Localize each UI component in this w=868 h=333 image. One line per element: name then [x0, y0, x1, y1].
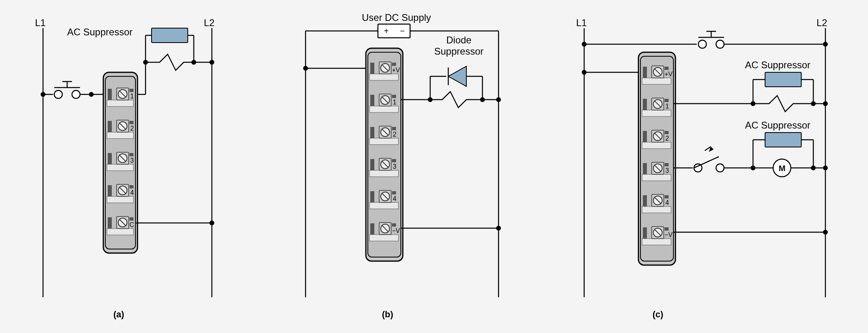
svg-rect-93 — [369, 170, 398, 177]
svg-rect-39 — [107, 164, 133, 171]
svg-text:3: 3 — [665, 167, 669, 174]
diagram-c: L1 L2 +V 1 — [576, 8, 833, 323]
svg-text:1: 1 — [130, 93, 134, 100]
l1-label-c: L1 — [576, 17, 587, 28]
svg-point-124 — [496, 226, 501, 231]
svg-rect-72 — [369, 74, 398, 80]
svg-line-194 — [694, 157, 719, 168]
ac-supp-2: AC Suppressor — [745, 120, 811, 131]
svg-point-14 — [54, 90, 62, 98]
svg-point-129 — [698, 40, 706, 48]
svg-text:4: 4 — [130, 189, 134, 196]
svg-rect-148 — [642, 110, 671, 116]
svg-point-9 — [191, 60, 196, 65]
svg-point-15 — [72, 90, 80, 98]
svg-rect-90 — [392, 127, 396, 130]
svg-rect-36 — [129, 121, 133, 124]
svg-rect-79 — [369, 106, 398, 112]
suppressor-icon — [152, 28, 188, 43]
l2-label: L2 — [204, 17, 215, 28]
svg-rect-159 — [665, 131, 669, 134]
svg-rect-32 — [107, 132, 133, 139]
svg-rect-173 — [665, 195, 669, 198]
diagram-a: L1 L2 AC Suppressor — [35, 8, 228, 323]
caption-c: (c) — [653, 309, 663, 319]
svg-text:4: 4 — [393, 195, 396, 202]
svg-point-130 — [716, 40, 724, 48]
suppressor-icon-1 — [765, 72, 801, 87]
diagram-b: User DC Supply + − Diode Suppressor +V — [298, 8, 507, 323]
svg-point-193 — [716, 164, 724, 172]
svg-rect-100 — [369, 202, 398, 209]
diode-label-2: Suppressor — [434, 46, 484, 57]
svg-text:−V: −V — [665, 231, 673, 238]
svg-point-206 — [823, 165, 828, 170]
svg-rect-145 — [665, 67, 669, 70]
terminal-block: 1 2 3 — [103, 72, 137, 253]
svg-rect-111 — [392, 223, 396, 227]
svg-text:+: + — [384, 27, 389, 35]
svg-rect-155 — [642, 142, 671, 149]
svg-point-7 — [209, 60, 214, 65]
svg-rect-176 — [642, 239, 671, 245]
svg-rect-166 — [665, 163, 669, 166]
diode-icon — [448, 66, 466, 86]
svg-text:3: 3 — [130, 157, 134, 164]
svg-rect-25 — [107, 100, 133, 106]
svg-rect-43 — [129, 153, 133, 156]
ac-supp-1: AC Suppressor — [745, 59, 811, 70]
svg-rect-141 — [642, 78, 671, 84]
svg-point-122 — [496, 97, 501, 102]
svg-rect-169 — [642, 206, 671, 213]
svg-rect-162 — [642, 174, 671, 181]
ac-suppressor-label: AC Suppressor — [67, 27, 133, 37]
svg-rect-180 — [665, 227, 669, 231]
svg-text:2: 2 — [665, 135, 669, 142]
svg-text:+V: +V — [392, 67, 400, 74]
svg-rect-104 — [392, 191, 396, 194]
svg-rect-50 — [129, 185, 133, 188]
terminal-block-b: +V 1 2 3 — [366, 48, 403, 261]
svg-rect-53 — [107, 229, 133, 235]
suppressor-icon-2 — [765, 133, 801, 147]
svg-text:−V: −V — [392, 227, 400, 234]
svg-rect-86 — [369, 138, 398, 145]
svg-text:3: 3 — [393, 163, 396, 170]
svg-text:C: C — [129, 221, 134, 228]
svg-rect-107 — [369, 235, 398, 241]
svg-rect-152 — [665, 99, 669, 102]
svg-point-208 — [823, 230, 828, 235]
svg-rect-46 — [107, 196, 133, 203]
svg-text:1: 1 — [393, 99, 396, 106]
l2-label-c: L2 — [817, 17, 827, 28]
svg-rect-97 — [392, 159, 396, 162]
caption-b: (b) — [382, 309, 393, 319]
caption-a: (a) — [113, 309, 124, 319]
svg-rect-29 — [129, 89, 133, 92]
svg-rect-83 — [392, 95, 396, 98]
svg-rect-57 — [129, 217, 133, 221]
l1-label: L1 — [35, 17, 46, 28]
svg-text:4: 4 — [665, 199, 669, 206]
svg-text:2: 2 — [130, 125, 134, 132]
dc-supply-icon — [378, 24, 410, 38]
svg-text:1: 1 — [665, 103, 669, 110]
svg-rect-76 — [392, 63, 396, 66]
svg-point-60 — [209, 221, 214, 225]
terminal-block-c: +V 1 2 3 — [638, 52, 675, 265]
svg-point-135 — [823, 42, 828, 47]
diode-label-1: Diode — [446, 35, 472, 45]
svg-text:2: 2 — [393, 131, 396, 138]
svg-point-190 — [823, 101, 828, 106]
svg-text:M: M — [779, 164, 786, 173]
svg-text:+V: +V — [665, 71, 673, 78]
dc-supply-label: User DC Supply — [362, 12, 431, 23]
svg-text:−: − — [400, 27, 405, 35]
